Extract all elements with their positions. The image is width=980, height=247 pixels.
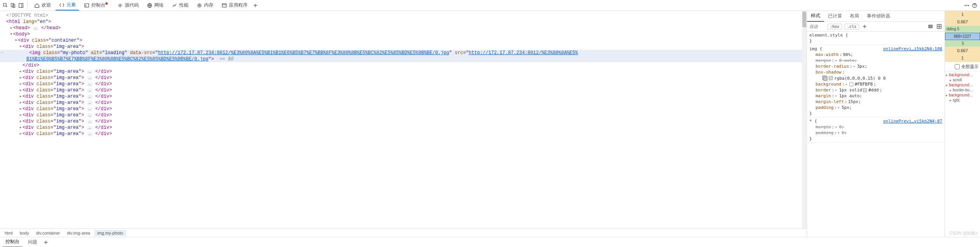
- toggle-icon[interactable]: ▸: [19, 93, 23, 100]
- computed-prop[interactable]: background…: [949, 73, 973, 77]
- tab-console[interactable]: 控制台: [80, 0, 112, 10]
- toggle-icon[interactable]: ▸: [19, 112, 23, 118]
- styles-tab-computed[interactable]: 已计算: [824, 11, 846, 21]
- selected-element[interactable]: ⋯ <img class="my-photo" alt="loading" da…: [0, 50, 807, 56]
- ellipsis-pill[interactable]: …: [87, 82, 93, 87]
- styles-filter-input[interactable]: [809, 24, 825, 29]
- ellipsis-pill[interactable]: …: [87, 76, 93, 81]
- flex-icon[interactable]: [928, 23, 934, 30]
- dock-icon[interactable]: [18, 2, 24, 9]
- color-swatch[interactable]: [849, 82, 853, 86]
- computed-prop[interactable]: background…: [949, 93, 973, 97]
- rule-source-link[interactable]: onlinePrevi…i5kb2N4:108: [883, 46, 942, 51]
- ellipsis-pill[interactable]: …: [87, 95, 93, 99]
- more-icon[interactable]: [964, 2, 970, 9]
- styles-tab-listeners[interactable]: 事件侦听器: [863, 11, 894, 21]
- ellipsis-pill[interactable]: …: [87, 126, 93, 130]
- rule-star[interactable]: * {onlinePrevi…vi5kb2N4:87 margin:▸0; pa…: [807, 117, 945, 143]
- ellipsis-pill[interactable]: …: [87, 70, 93, 74]
- dom-node[interactable]: ▸<div class="img-area"> … </div>: [0, 112, 807, 118]
- dom-node[interactable]: ▸<div class="img-area"> … </div>: [0, 68, 807, 75]
- ellipsis-pill[interactable]: …: [87, 119, 93, 124]
- add-tab-icon[interactable]: [252, 2, 259, 9]
- ellipsis-pill[interactable]: …: [87, 113, 93, 118]
- tab-performance[interactable]: 性能: [168, 0, 192, 10]
- device-toggle-icon[interactable]: [10, 2, 16, 9]
- metric-padding-label[interactable]: dding 5: [945, 26, 980, 33]
- help-icon[interactable]: [971, 2, 978, 9]
- dom-node[interactable]: ▸<div class="img-area"> … </div>: [0, 93, 807, 100]
- crumb-img[interactable]: img.my-photo: [94, 230, 126, 236]
- shadow-editor-icon[interactable]: [822, 75, 828, 81]
- rule-source-link[interactable]: onlinePrevi…vi5kb2N4:87: [883, 119, 942, 124]
- ellipsis-pill[interactable]: …: [87, 107, 93, 112]
- styles-tab-layout[interactable]: 布局: [846, 11, 863, 21]
- styles-tab-styles[interactable]: 样式: [807, 11, 824, 22]
- dom-node[interactable]: ▸<div class="img-area"> … </div>: [0, 131, 807, 137]
- toggle-icon[interactable]: ▾: [14, 37, 18, 44]
- crumb-imgarea[interactable]: div.img-area: [64, 230, 93, 236]
- tab-label: 欢迎: [42, 2, 51, 9]
- tab-elements[interactable]: 元素: [56, 0, 79, 11]
- tab-memory[interactable]: 内存: [193, 0, 217, 10]
- metric-margin[interactable]: 1: [945, 54, 980, 62]
- dom-node[interactable]: ▸<div class="img-area"> … </div>: [0, 106, 807, 112]
- metric-padding[interactable]: 5: [945, 40, 980, 47]
- crumb-html[interactable]: html: [2, 230, 16, 236]
- toggle-icon[interactable]: ▸: [19, 100, 23, 106]
- tab-network[interactable]: 网络: [143, 0, 167, 10]
- svg-point-6: [119, 5, 121, 6]
- tab-label: 控制台: [91, 2, 105, 9]
- dom-tree[interactable]: <!DOCTYPE html> <html lang="en"> ▸<head>…: [0, 11, 807, 228]
- color-swatch[interactable]: [829, 76, 833, 80]
- metric-dimensions[interactable]: 868×1227: [945, 33, 980, 40]
- ellipsis-pill[interactable]: …: [87, 88, 93, 93]
- add-drawer-tab-icon[interactable]: [43, 239, 49, 245]
- new-rule-icon[interactable]: [861, 23, 868, 30]
- svg-rect-1: [11, 3, 14, 7]
- ellipsis-pill[interactable]: …: [87, 101, 93, 105]
- hov-toggle[interactable]: :hov: [827, 24, 842, 30]
- crumb-body[interactable]: body: [17, 230, 32, 236]
- toggle-icon[interactable]: ▸: [19, 124, 23, 131]
- toggle-icon[interactable]: ▸: [19, 118, 23, 124]
- crumb-container[interactable]: div.container: [33, 230, 63, 236]
- toggle-icon[interactable]: ▸: [19, 75, 23, 81]
- rule-img[interactable]: img {onlinePrevi…i5kb2N4:108 max-width: …: [807, 45, 945, 117]
- toggle-icon[interactable]: ▸: [19, 87, 23, 93]
- breadcrumb: html body div.container div.img-area img…: [0, 228, 807, 237]
- cls-toggle[interactable]: .cls: [844, 24, 859, 30]
- metric-margin[interactable]: 1: [945, 11, 980, 18]
- toggle-icon[interactable]: ▸: [19, 106, 23, 112]
- toggle-icon[interactable]: ▸: [9, 25, 13, 31]
- drawer-tab-issues[interactable]: 问题: [25, 237, 40, 247]
- dom-node[interactable]: ▸<div class="img-area"> … </div>: [0, 118, 807, 124]
- toggle-icon[interactable]: ▸: [19, 81, 23, 87]
- metric-border[interactable]: 0.667: [945, 47, 980, 54]
- ellipsis-pill[interactable]: …: [87, 132, 93, 137]
- tab-welcome[interactable]: 欢迎: [31, 0, 54, 10]
- toggle-icon[interactable]: ▸: [19, 131, 23, 137]
- dom-node[interactable]: ▸<div class="img-area"> … </div>: [0, 75, 807, 81]
- toggle-icon[interactable]: ▸: [19, 68, 23, 75]
- color-swatch[interactable]: [863, 88, 867, 92]
- toggle-icon[interactable]: ▾: [19, 44, 23, 50]
- show-all-checkbox[interactable]: [955, 64, 960, 69]
- rule-element-style[interactable]: element.style { }: [807, 32, 945, 45]
- tab-sources[interactable]: 源代码: [114, 0, 142, 10]
- scrollbar-vertical[interactable]: [802, 11, 807, 228]
- grid-icon[interactable]: [936, 23, 942, 30]
- dom-node[interactable]: ▸<div class="img-area"> … </div>: [0, 87, 807, 93]
- drawer-tab-console[interactable]: 控制台: [2, 237, 23, 247]
- ellipsis-pill[interactable]: …: [33, 26, 38, 31]
- show-all-toggle[interactable]: 全部显示: [945, 62, 980, 72]
- dom-node[interactable]: ▸<div class="img-area"> … </div>: [0, 124, 807, 131]
- metric-border[interactable]: 0.667: [945, 18, 980, 26]
- toggle-icon[interactable]: ▾: [9, 31, 13, 37]
- scrollbar-thumb[interactable]: [802, 12, 806, 27]
- dom-node[interactable]: ▸<div class="img-area"> … </div>: [0, 81, 807, 87]
- inspect-element-icon[interactable]: [2, 2, 9, 9]
- computed-prop[interactable]: background…: [949, 83, 973, 87]
- dom-node[interactable]: ▸<div class="img-area"> … </div>: [0, 100, 807, 106]
- tab-application[interactable]: 应用程序: [218, 0, 251, 10]
